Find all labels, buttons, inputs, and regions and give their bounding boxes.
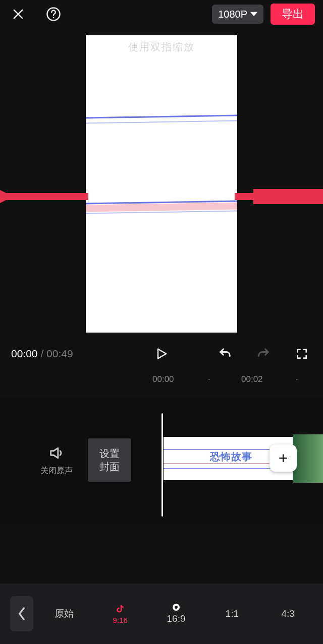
close-button[interactable] bbox=[8, 4, 28, 24]
pinch-hint: 使用双指缩放 bbox=[86, 40, 237, 54]
ratio-original[interactable]: 原始 bbox=[39, 596, 89, 631]
undo-button[interactable] bbox=[215, 344, 235, 364]
duration: 00:49 bbox=[46, 348, 73, 359]
douyin-icon bbox=[115, 604, 125, 614]
play-icon bbox=[154, 347, 169, 361]
set-cover-button[interactable]: 设置 封面 bbox=[88, 438, 131, 482]
ratio-9-16[interactable]: 9:16 bbox=[95, 596, 145, 631]
resolution-label: 1080P bbox=[218, 9, 247, 20]
fullscreen-icon bbox=[295, 347, 308, 360]
svg-point-3 bbox=[53, 17, 55, 19]
svg-point-8 bbox=[175, 606, 178, 609]
mute-label: 关闭原声 bbox=[40, 466, 73, 476]
clip-thumbnail-next bbox=[293, 434, 323, 483]
clip-caption: 恐怖故事 bbox=[210, 450, 252, 464]
ratio-16-9[interactable]: 16:9 bbox=[151, 596, 201, 631]
plus-icon: + bbox=[279, 449, 288, 468]
transport-bar: 00:00 / 00:49 bbox=[0, 340, 323, 367]
close-icon bbox=[11, 7, 25, 21]
play-button[interactable] bbox=[151, 344, 172, 364]
ratio-1-1[interactable]: 1:1 bbox=[207, 596, 257, 631]
aspect-ratio-bar: 原始 9:16 16:9 1:1 4:3 bbox=[0, 584, 323, 644]
mute-original-button[interactable]: 关闭原声 bbox=[40, 444, 73, 476]
svg-marker-6 bbox=[158, 349, 166, 359]
ratio-4-3[interactable]: 4:3 bbox=[263, 596, 313, 631]
topbar-right: 1080P 导出 bbox=[212, 4, 315, 25]
undo-icon bbox=[218, 347, 232, 361]
timeline-left-controls: 关闭原声 设置 封面 bbox=[40, 438, 131, 482]
redo-icon bbox=[256, 347, 271, 361]
help-button[interactable] bbox=[43, 4, 64, 24]
export-label: 导出 bbox=[282, 7, 304, 22]
ruler-tick-1: 00:02 bbox=[241, 374, 263, 384]
caret-down-icon bbox=[250, 11, 257, 18]
chevron-left-icon bbox=[17, 607, 26, 621]
ruler-dot: · bbox=[208, 374, 210, 384]
playhead[interactable] bbox=[162, 413, 163, 517]
video-stripe-upper bbox=[86, 111, 237, 126]
fullscreen-button[interactable] bbox=[292, 344, 312, 364]
preview-area[interactable]: 使用双指缩放 bbox=[0, 30, 323, 338]
current-time: 00:00 bbox=[11, 348, 38, 359]
circle-icon bbox=[172, 603, 180, 611]
topbar-left bbox=[8, 4, 64, 24]
export-button[interactable]: 导出 bbox=[271, 4, 315, 25]
resolution-button[interactable]: 1080P bbox=[212, 5, 263, 24]
ruler-tick-0: 00:00 bbox=[152, 374, 174, 384]
video-stripe-lower bbox=[86, 197, 237, 212]
timeline[interactable]: 关闭原声 设置 封面 恐怖故事 + bbox=[0, 398, 323, 524]
ratio-back-button[interactable] bbox=[10, 596, 33, 631]
top-bar: 1080P 导出 bbox=[0, 0, 323, 28]
redo-button[interactable] bbox=[253, 344, 274, 364]
time-display: 00:00 / 00:49 bbox=[11, 348, 73, 360]
ruler-dot: · bbox=[296, 374, 298, 384]
help-icon bbox=[46, 7, 61, 22]
canvas[interactable]: 使用双指缩放 bbox=[86, 35, 237, 333]
add-clip-button[interactable]: + bbox=[270, 444, 297, 472]
timeline-ruler[interactable]: 00:00 · 00:02 · bbox=[0, 372, 323, 387]
speaker-icon bbox=[48, 444, 65, 462]
